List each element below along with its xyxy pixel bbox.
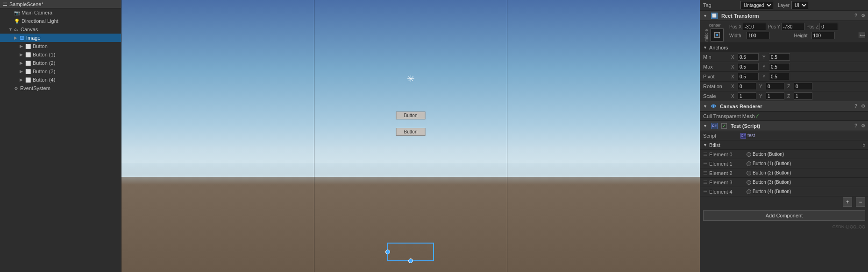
btlist-toggle[interactable]: ▼	[703, 143, 707, 147]
handle-bottom[interactable]	[408, 258, 413, 263]
arrow-button1: ▶	[20, 52, 23, 57]
width-input[interactable]	[747, 32, 770, 39]
canvas-renderer-help-icon[interactable]: ?	[854, 104, 857, 109]
scale-label: Scale	[703, 93, 731, 99]
rect-transform-toggle[interactable]: ▼	[703, 14, 707, 18]
anchors-min-y-input[interactable]	[769, 53, 790, 61]
rotation-z-label: Z	[787, 84, 793, 89]
pivot-y-label: Y	[762, 74, 768, 79]
pivot-y-input[interactable]	[769, 73, 790, 80]
scale-y-label: Y	[759, 94, 765, 99]
anchors-min-row: Min X Y	[700, 52, 868, 62]
scale-x-label: X	[731, 94, 737, 99]
arrow-eventsystem	[8, 86, 12, 91]
rotation-x-input[interactable]	[738, 83, 756, 90]
rotation-y-label: Y	[759, 84, 765, 89]
scene-button-2[interactable]: Button	[396, 128, 426, 136]
hierarchy-item-button3[interactable]: ▶ ⬜ Button (3)	[0, 67, 121, 76]
canvas-renderer-toggle[interactable]: ▼	[703, 104, 707, 109]
rotation-z-input[interactable]	[794, 83, 812, 90]
anchors-min-x-input[interactable]	[738, 53, 759, 61]
arrow-button2: ▶	[20, 61, 23, 65]
remove-element-button[interactable]: −	[856, 197, 865, 207]
hierarchy-item-button4[interactable]: ▶ ⬜ Button (4)	[0, 76, 121, 84]
hierarchy-item-button[interactable]: ▶ ⬜ Button	[0, 42, 121, 50]
button-icon-1: ⬜	[25, 52, 31, 57]
hierarchy-item-image[interactable]: ▶ 🖼 Image	[0, 34, 121, 42]
hierarchy-item-main-camera[interactable]: 📷 Main Camera	[0, 8, 121, 17]
rect-transform-help-icon[interactable]: ?	[854, 13, 857, 18]
element-4-circle-icon	[747, 189, 751, 194]
height-input[interactable]	[811, 32, 835, 39]
cull-transparent-label: Cull Transparent Mesh	[703, 113, 755, 119]
anchors-max-fields: X Y	[731, 63, 865, 70]
hierarchy-item-directional-light[interactable]: 💡 Directional Light	[0, 17, 121, 25]
pos-z-input[interactable]	[819, 23, 838, 30]
rect-transform-gear-icon[interactable]: ⚙	[861, 13, 865, 18]
layer-label: Layer	[778, 3, 790, 8]
hierarchy-menu-icon[interactable]: ☰	[3, 1, 7, 7]
btlist-element-3: ☰ Element 3 Button (3) (Button)	[700, 178, 868, 187]
scale-y-input[interactable]	[766, 92, 784, 100]
hierarchy-item-button1[interactable]: ▶ ⬜ Button (1)	[0, 50, 121, 59]
pivot-label: Pivot	[703, 74, 731, 79]
selected-object[interactable]	[387, 243, 434, 261]
rotation-y-input[interactable]	[766, 83, 784, 90]
element-3-label: Element 3	[709, 180, 747, 185]
canvas-renderer-gear-icon[interactable]: ⚙	[861, 104, 865, 109]
test-script-gear-icon[interactable]: ⚙	[861, 123, 865, 128]
element-2-circle-icon	[747, 171, 751, 175]
layer-select[interactable]: UI	[791, 1, 808, 9]
hierarchy-item-canvas[interactable]: ▼ 🗂 Canvas	[0, 25, 121, 34]
test-script-help-icon[interactable]: ?	[854, 123, 857, 128]
add-element-button[interactable]: +	[843, 197, 852, 207]
anchors-toggle[interactable]: ▼	[703, 45, 707, 50]
drag-handle-1[interactable]: ☰	[703, 161, 707, 166]
handle-left[interactable]	[385, 250, 390, 254]
pos-z-group: Pos Z	[806, 23, 838, 30]
pos-x-input[interactable]	[743, 23, 766, 30]
pivot-row: Pivot X Y	[700, 72, 868, 82]
canvas-renderer-header: ▼ 👁 Canvas Renderer ? ⚙	[700, 101, 868, 112]
camera-icon: 📷	[14, 10, 20, 15]
drag-handle-0[interactable]: ☰	[703, 152, 707, 157]
pos-y-input[interactable]	[781, 23, 804, 30]
anchors-max-y-input[interactable]	[769, 63, 790, 70]
tag-select[interactable]: Untagged	[740, 1, 773, 9]
height-label: Height	[794, 33, 811, 38]
element-2-ref: Button (2) (Button)	[747, 170, 791, 175]
arrow-button3: ▶	[20, 69, 23, 74]
anchor-preview[interactable]	[711, 28, 724, 42]
anchors-max-x-input[interactable]	[738, 63, 759, 70]
pivot-x-input[interactable]	[738, 73, 759, 80]
button-icon-4: ⬜	[25, 77, 31, 83]
scale-x-input[interactable]	[738, 92, 756, 100]
pos-y-group: Pos Y	[768, 23, 805, 30]
drag-handle-4[interactable]: ☰	[703, 189, 707, 194]
drag-handle-2[interactable]: ☰	[703, 170, 707, 175]
test-script-enabled-checkbox[interactable]: ✓	[721, 123, 727, 129]
pivot-fields: X Y	[731, 73, 865, 80]
stretch-button[interactable]: ⟷	[859, 32, 865, 38]
hierarchy-item-button2[interactable]: ▶ ⬜ Button (2)	[0, 59, 121, 67]
scale-z-input[interactable]	[794, 92, 812, 100]
drag-handle-3[interactable]: ☰	[703, 180, 707, 185]
anchors-max-label: Max	[703, 64, 731, 70]
arrow-button: ▶	[20, 44, 23, 49]
element-0-value: Button (Button)	[753, 152, 784, 157]
canvas-renderer-title: Canvas Renderer	[720, 104, 762, 109]
scene-viewport[interactable]: ✳ Button Button	[121, 0, 700, 272]
pos-fields-container: Pos X Pos Y Pos Z Width Height	[729, 23, 865, 39]
watermark: CSDN @QQ_QQ	[700, 223, 868, 230]
button-icon-3: ⬜	[25, 69, 31, 74]
element-4-ref: Button (4) (Button)	[747, 189, 791, 194]
canvas-renderer-eye-icon[interactable]: 👁	[711, 104, 716, 109]
arrow-canvas: ▼	[8, 27, 12, 32]
test-script-toggle[interactable]: ▼	[703, 124, 707, 128]
cull-transparent-checkmark: ✓	[755, 113, 760, 119]
tag-label: Tag	[703, 2, 740, 8]
scene-button-1[interactable]: Button	[396, 112, 426, 119]
element-1-circle-icon	[747, 161, 751, 166]
add-component-button[interactable]: Add Component	[703, 210, 865, 221]
hierarchy-item-eventsystem[interactable]: ⚙ EventSystem	[0, 84, 121, 92]
